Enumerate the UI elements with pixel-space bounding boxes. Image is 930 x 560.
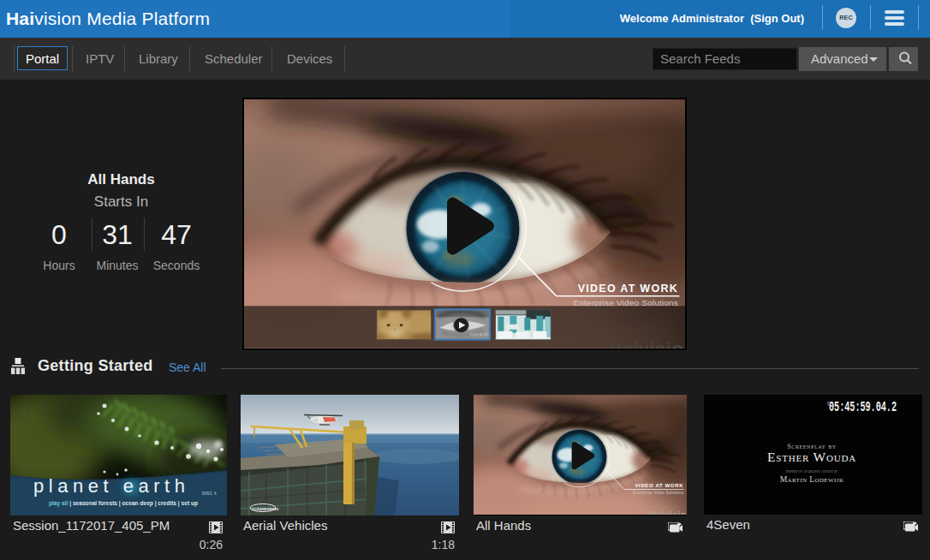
- svg-text:Enterprise Video Solutions: Enterprise Video Solutions: [574, 298, 679, 307]
- svg-text:Esther Wouda: Esther Wouda: [767, 450, 856, 464]
- svg-text:OCEANEERING: OCEANEERING: [252, 507, 278, 511]
- svg-text:GT: GT: [826, 402, 831, 408]
- svg-text:05:45:59.04.2: 05:45:59.04.2: [829, 399, 897, 415]
- svg-text:Martin Lodewijk: Martin Lodewijk: [780, 475, 844, 484]
- svg-text:play all | seasonal forests: play all | seasonal forests | ocean deep…: [49, 499, 198, 507]
- svg-text:Inspired by an original concep: Inspired by an original concept by: [786, 469, 838, 474]
- svg-text:VIDEO AT WORK: VIDEO AT WORK: [578, 283, 678, 295]
- svg-text:DISC 4: DISC 4: [202, 491, 217, 496]
